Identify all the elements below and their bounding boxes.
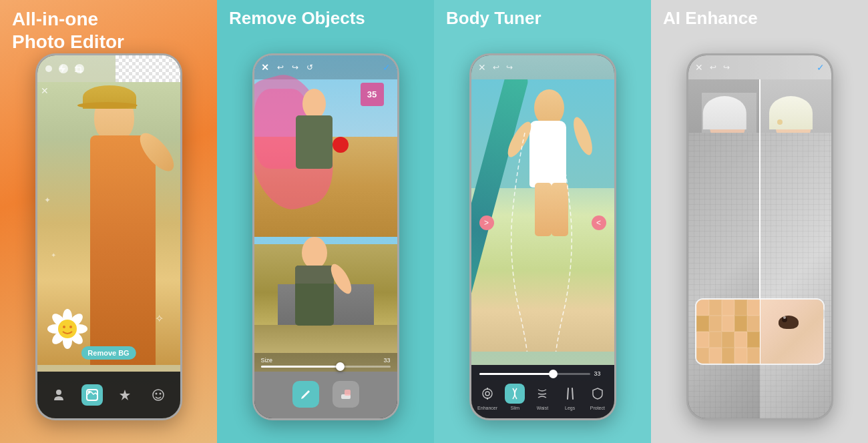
panel-4-title: AI Enhance [663, 8, 758, 29]
svg-line-30 [572, 388, 573, 399]
protect-label: Protect [590, 406, 605, 410]
slider-fill [261, 366, 339, 368]
head-2 [302, 237, 327, 269]
body-slider-row: 33 [474, 370, 612, 381]
slider-thumb[interactable] [336, 362, 345, 371]
swimsuit-top [529, 121, 566, 187]
phone-mockup-3: ✕ ↩ ↪ [469, 53, 616, 420]
girl-figure-bottom [288, 237, 341, 325]
remove-bg-button[interactable]: Remove BG [81, 346, 136, 360]
slim-right-arrow[interactable]: < [592, 215, 606, 230]
move-icon[interactable]: ✦ [44, 195, 51, 205]
phone-1-background: ✕ ✦ [37, 55, 180, 418]
toolbar-item-person[interactable] [48, 384, 69, 406]
pixel-zoom-comparison [695, 298, 825, 365]
svg-point-16 [56, 390, 61, 395]
sparkle-sticker: ✧ [155, 312, 164, 325]
eye-highlight [783, 316, 786, 319]
body [296, 115, 333, 169]
svg-point-18 [87, 391, 90, 394]
eye-detail [779, 316, 799, 329]
before-after-divider [759, 79, 761, 325]
before-image [688, 79, 760, 418]
legs-label: Legs [565, 406, 575, 410]
phone-4-background: ✕ ↩ ↪ ✓ [688, 55, 831, 418]
fabric-pattern-2 [760, 133, 831, 418]
phone-1-toolbar [37, 55, 180, 82]
phone-mockup-1: ✕ ✦ [35, 53, 182, 420]
circle-icon [45, 65, 52, 72]
protect-icon [588, 384, 608, 404]
waist-icon [532, 384, 552, 404]
selection-indicator [333, 137, 349, 153]
redo-icon[interactable]: ↪ [292, 63, 298, 72]
tool-enhancer[interactable]: Enhancer [477, 384, 497, 410]
toolbar-item-background[interactable] [81, 384, 103, 406]
p3-toolbar: ✕ ↩ ↪ [471, 55, 614, 79]
top-photo-section: ✕ ↩ ↪ ↺ ✓ 35 [254, 55, 397, 237]
beach-scene: > < [471, 79, 614, 352]
flower-sticker[interactable] [47, 309, 87, 352]
undo-icon[interactable]: ↩ [493, 63, 499, 72]
svg-point-21 [155, 393, 157, 395]
panel-2-title: Remove Objects [229, 8, 365, 29]
svg-point-13 [58, 320, 77, 338]
redo-icon[interactable]: ↪ [723, 63, 730, 72]
redo-icon[interactable]: ↪ [506, 63, 513, 72]
phone-mockup-2: ✕ ↩ ↪ ↺ ✓ 35 [252, 53, 399, 420]
svg-point-14 [63, 326, 65, 328]
leg-right [552, 183, 568, 236]
body-2 [295, 266, 334, 326]
svg-point-25 [483, 389, 492, 398]
svg-marker-0 [59, 64, 65, 73]
svg-point-26 [485, 392, 489, 396]
tool-waist[interactable]: Waist [532, 384, 552, 410]
close-icon[interactable]: ✕ [478, 62, 486, 73]
undo-icon[interactable]: ↩ [277, 63, 284, 72]
svg-rect-24 [345, 390, 351, 396]
road-sign: 35 [361, 83, 384, 106]
slim-label: Slim [510, 406, 519, 410]
bottom-photo-section [254, 237, 397, 372]
tool-protect[interactable]: Protect [588, 384, 608, 410]
earring [777, 119, 783, 125]
bottom-toolbar [37, 372, 180, 418]
close-icon[interactable]: ✕ [261, 62, 269, 73]
toolbar-item-emoji[interactable] [148, 384, 169, 406]
panel-remove-objects: Remove Objects ✕ ↩ ↪ ↺ ✓ [217, 0, 434, 443]
slim-left-arrow[interactable]: > [479, 215, 494, 230]
background-icon [81, 384, 103, 406]
confirm-icon[interactable]: ✓ [383, 62, 391, 73]
slim-icon [505, 384, 525, 404]
arm-right [570, 115, 596, 157]
clothing-before [688, 133, 760, 418]
svg-marker-19 [120, 390, 130, 400]
svg-line-29 [568, 388, 568, 399]
panel-photo-editor: All-in-one Photo Editor [0, 0, 217, 443]
daisy-svg [47, 309, 87, 349]
body-slider-track[interactable] [479, 373, 590, 375]
bottom-tools-row [254, 376, 397, 413]
tool-legs[interactable]: Legs [560, 384, 580, 410]
undo-icon[interactable]: ↩ [710, 63, 716, 72]
body-slider-thumb[interactable] [549, 370, 558, 378]
head [302, 89, 326, 119]
brush-tool-button[interactable] [292, 381, 319, 408]
person-icon [48, 384, 69, 406]
size-slider-container: Size 33 [254, 353, 397, 372]
phone-mockup-4: ✕ ↩ ↪ ✓ [686, 53, 833, 420]
sparkle-small: ✦ [51, 252, 56, 259]
after-image [760, 79, 831, 418]
toolbar-item-effects[interactable] [114, 384, 136, 406]
crop-icon [75, 64, 84, 73]
refresh-icon[interactable]: ↺ [306, 63, 313, 72]
close-icon[interactable]: ✕ [41, 85, 49, 96]
close-icon[interactable]: ✕ [695, 62, 703, 73]
slider-track[interactable] [261, 366, 391, 368]
confirm-icon[interactable]: ✓ [817, 62, 825, 73]
eraser-tool-button[interactable] [333, 381, 359, 408]
panel-body-tuner: Body Tuner ✕ ↩ ↪ [434, 0, 651, 443]
smooth-preview [760, 300, 823, 364]
girl-figure-top [291, 89, 338, 237]
tool-slim[interactable]: Slim [505, 384, 525, 410]
